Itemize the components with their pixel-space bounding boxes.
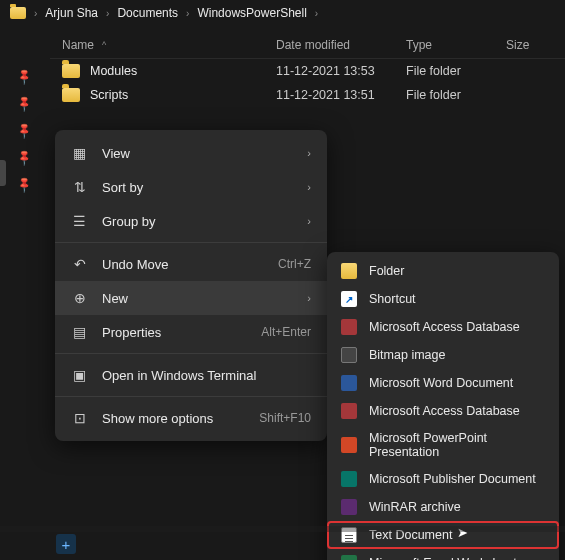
submenu-item[interactable]: Microsoft Access Database [327,397,559,425]
context-menu: ▦View› ⇅Sort by› ☰Group by› ↶Undo MoveCt… [55,130,327,441]
breadcrumb-item[interactable]: Documents [117,6,178,20]
separator [55,396,327,397]
pin-icon[interactable]: 📌 [14,148,33,167]
undo-icon: ↶ [71,256,88,272]
submenu-item[interactable]: Folder [327,257,559,285]
grid-icon: ▦ [71,145,88,161]
pin-icon[interactable]: 📌 [14,67,33,86]
submenu-item[interactable]: Microsoft Access Database [327,313,559,341]
ctx-view[interactable]: ▦View› [55,136,327,170]
pin-icon[interactable]: 📌 [14,94,33,113]
chevron-right-icon: › [106,8,109,19]
ctx-undo-move[interactable]: ↶Undo MoveCtrl+Z [55,247,327,281]
folder-icon [62,88,80,102]
file-date: 11-12-2021 13:51 [276,88,406,102]
col-date[interactable]: Date modified [276,38,406,52]
submenu-label: Microsoft Word Document [369,376,513,390]
separator [55,353,327,354]
submenu-item[interactable]: Bitmap image [327,341,559,369]
pin-icon[interactable]: 📌 [14,121,33,140]
group-icon: ☰ [71,213,88,229]
ppt-icon [341,437,357,453]
chevron-right-icon: › [307,215,311,227]
submenu-item[interactable]: Shortcut [327,285,559,313]
chevron-right-icon: › [315,8,318,19]
submenu-item[interactable]: Microsoft Word Document [327,369,559,397]
chevron-right-icon: › [307,181,311,193]
ctx-sort-by[interactable]: ⇅Sort by› [55,170,327,204]
submenu-label: WinRAR archive [369,500,461,514]
submenu-item[interactable]: WinRAR archive [327,493,559,521]
status-bar [0,526,565,532]
submenu-label: Bitmap image [369,348,445,362]
column-headers[interactable]: Name^ Date modified Type Size [50,30,565,59]
short-icon [341,291,357,307]
properties-icon: ▤ [71,324,88,340]
pub-icon [341,471,357,487]
submenu-label: Folder [369,264,404,278]
chevron-right-icon: › [307,292,311,304]
table-row[interactable]: Modules11-12-2021 13:53File folder [50,59,565,83]
sort-icon: ⇅ [71,179,88,195]
chevron-right-icon: › [307,147,311,159]
more-icon: ⊡ [71,410,88,426]
file-date: 11-12-2021 13:53 [276,64,406,78]
submenu-label: Microsoft Access Database [369,404,520,418]
file-type: File folder [406,64,506,78]
breadcrumb-item[interactable]: WindowsPowerShell [197,6,306,20]
terminal-icon: ▣ [71,367,88,383]
sort-asc-icon: ^ [102,40,106,50]
col-size[interactable]: Size [506,38,559,52]
ctx-open-terminal[interactable]: ▣Open in Windows Terminal [55,358,327,392]
pin-icon[interactable]: 📌 [14,175,33,194]
word-icon [341,375,357,391]
file-name: Modules [90,64,137,78]
submenu-item[interactable]: Microsoft Excel Worksheet [327,549,559,560]
folder-icon [10,7,26,19]
acc-icon [341,403,357,419]
file-list: Name^ Date modified Type Size Modules11-… [50,30,565,107]
submenu-label: Shortcut [369,292,416,306]
chevron-right-icon: › [34,8,37,19]
folder-icon [62,64,80,78]
submenu-item[interactable]: Microsoft PowerPoint Presentation [327,425,559,465]
col-name[interactable]: Name [62,38,94,52]
fold-icon [341,263,357,279]
breadcrumb[interactable]: › Arjun Sha › Documents › WindowsPowerSh… [0,0,565,26]
submenu-label: Microsoft Excel Worksheet [369,556,517,560]
acc-icon [341,319,357,335]
ctx-new[interactable]: ⊕New› [55,281,327,315]
new-tab-button[interactable]: + [56,534,76,554]
ctx-show-more[interactable]: ⊡Show more optionsShift+F10 [55,401,327,435]
breadcrumb-item[interactable]: Arjun Sha [45,6,98,20]
separator [55,242,327,243]
new-submenu: FolderShortcutMicrosoft Access DatabaseB… [327,252,559,560]
table-row[interactable]: Scripts11-12-2021 13:51File folder [50,83,565,107]
submenu-label: Microsoft PowerPoint Presentation [369,431,545,459]
bmp-icon [341,347,357,363]
chevron-right-icon: › [186,8,189,19]
ctx-properties[interactable]: ▤PropertiesAlt+Enter [55,315,327,349]
active-indicator [0,160,6,186]
ctx-group-by[interactable]: ☰Group by› [55,204,327,238]
submenu-item[interactable]: Microsoft Publisher Document [327,465,559,493]
quick-access-sidebar: 📌 📌 📌 📌 📌 [0,30,48,550]
plus-circle-icon: ⊕ [71,290,88,306]
file-type: File folder [406,88,506,102]
submenu-label: Microsoft Publisher Document [369,472,536,486]
xls-icon [341,555,357,560]
file-name: Scripts [90,88,128,102]
submenu-label: Microsoft Access Database [369,320,520,334]
rar-icon [341,499,357,515]
col-type[interactable]: Type [406,38,506,52]
